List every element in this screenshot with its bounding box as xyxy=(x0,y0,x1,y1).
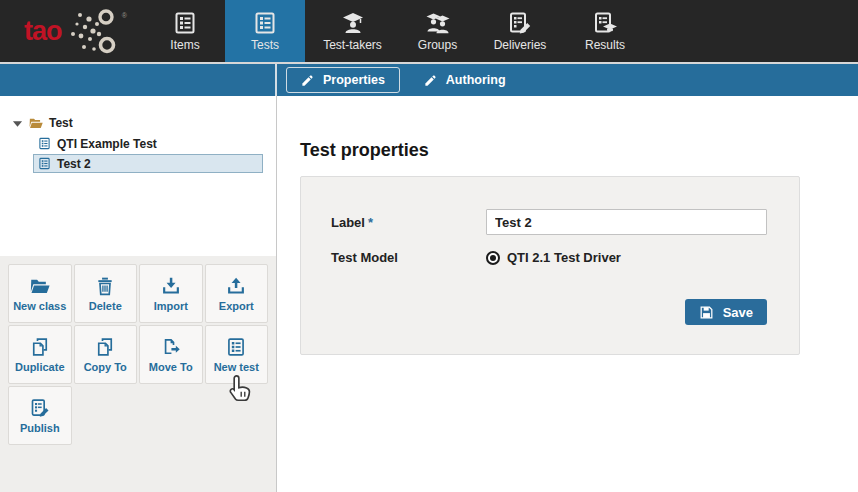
subnav-sidebar-spacer xyxy=(0,64,277,96)
publish-button[interactable]: Publish xyxy=(8,386,72,445)
tree-root-label: Test xyxy=(49,116,73,130)
page-title: Test properties xyxy=(300,140,858,161)
save-row: Save xyxy=(685,299,767,325)
tree-root-test-class[interactable]: Test xyxy=(0,113,276,133)
action-label: Duplicate xyxy=(15,362,65,373)
test-model-option-label: QTI 2.1 Test Driver xyxy=(507,250,621,265)
registered-mark: ® xyxy=(122,12,127,19)
publish-icon xyxy=(30,398,50,418)
duplicate-button[interactable]: Duplicate xyxy=(8,325,72,384)
new-class-button[interactable]: New class xyxy=(8,264,72,323)
nav-item-label: Tests xyxy=(251,39,279,51)
label-input[interactable] xyxy=(486,209,767,235)
nav-item-label: Deliveries xyxy=(494,39,547,51)
action-label: New test xyxy=(214,362,259,373)
folder-open-icon xyxy=(28,116,44,130)
action-label: New class xyxy=(13,301,66,312)
top-nav: tao ® Items Tests Test-take xyxy=(0,0,858,62)
items-icon xyxy=(173,11,197,35)
test-model-radio[interactable] xyxy=(486,251,500,265)
action-label: Publish xyxy=(20,423,60,434)
groups-icon xyxy=(426,11,450,35)
tab-authoring[interactable]: Authoring xyxy=(409,67,521,93)
action-label: Export xyxy=(219,301,254,312)
move-to-button[interactable]: Move To xyxy=(139,325,203,384)
import-icon xyxy=(161,276,181,296)
test-icon xyxy=(38,157,51,170)
new-class-icon xyxy=(30,276,50,296)
deliveries-icon xyxy=(508,11,532,35)
test-model-row: Test Model QTI 2.1 Test Driver xyxy=(331,250,767,265)
save-icon xyxy=(699,305,714,320)
tab-label: Properties xyxy=(323,73,385,87)
nav-item-label: Results xyxy=(585,39,625,51)
save-button[interactable]: Save xyxy=(685,299,767,325)
tree-item-test-2[interactable]: Test 2 xyxy=(33,154,263,173)
action-label: Import xyxy=(154,301,188,312)
sub-nav: Properties Authoring xyxy=(0,64,858,96)
tree-item-label: Test 2 xyxy=(57,157,91,171)
new-test-icon xyxy=(226,337,246,357)
tab-label: Authoring xyxy=(446,73,506,87)
trash-icon xyxy=(95,276,115,296)
resource-sidebar: Test QTI Example Test Test 2 New class xyxy=(0,96,277,492)
required-marker: * xyxy=(368,215,373,230)
tao-application: tao ® Items Tests Test-take xyxy=(0,0,858,492)
tree-item-label: QTI Example Test xyxy=(57,137,157,151)
pencil-icon xyxy=(424,74,437,87)
copy-icon xyxy=(95,337,115,357)
move-icon xyxy=(161,337,181,357)
action-label: Copy To xyxy=(84,362,127,373)
nav-item-label: Test-takers xyxy=(323,39,382,51)
nav-item-groups[interactable]: Groups xyxy=(400,0,475,62)
tests-icon xyxy=(253,11,277,35)
new-test-button[interactable]: New test xyxy=(205,325,269,384)
tree-item-qti-example-test[interactable]: QTI Example Test xyxy=(33,134,276,153)
export-button[interactable]: Export xyxy=(205,264,269,323)
save-label: Save xyxy=(723,305,753,320)
resource-tree: Test QTI Example Test Test 2 xyxy=(0,96,276,173)
nav-item-label: Items xyxy=(170,39,199,51)
action-label: Move To xyxy=(149,362,193,373)
radio-dot xyxy=(490,255,496,261)
import-button[interactable]: Import xyxy=(139,264,203,323)
test-icon xyxy=(38,137,51,150)
action-button-grid: New class Delete Import Export Duplicate xyxy=(8,264,268,445)
nav-item-deliveries[interactable]: Deliveries xyxy=(475,0,565,62)
nav-item-label: Groups xyxy=(418,39,457,51)
export-icon xyxy=(226,276,246,296)
tree-action-bar: New class Delete Import Export Duplicate xyxy=(0,256,276,492)
tao-logo[interactable]: tao ® xyxy=(0,0,145,62)
test-takers-icon xyxy=(341,11,365,35)
test-model-label: Test Model xyxy=(331,250,486,265)
label-field-row: Label* xyxy=(331,209,767,235)
pencil-icon xyxy=(301,74,314,87)
nav-item-items[interactable]: Items xyxy=(145,0,225,62)
copy-to-button[interactable]: Copy To xyxy=(74,325,138,384)
nav-item-test-takers[interactable]: Test-takers xyxy=(305,0,400,62)
test-properties-form: Label* Test Model QTI 2.1 Test Driver Sa… xyxy=(300,176,800,355)
tao-logo-text: tao xyxy=(24,18,62,45)
main-content: Test properties Label* Test Model QTI 2.… xyxy=(278,96,858,492)
delete-button[interactable]: Delete xyxy=(74,264,138,323)
action-label: Delete xyxy=(89,301,122,312)
tao-logo-dots xyxy=(64,7,120,55)
label-field-label: Label* xyxy=(331,215,486,230)
results-icon xyxy=(593,11,617,35)
label-text: Label xyxy=(331,215,365,230)
caret-down-icon[interactable] xyxy=(12,118,23,129)
tab-properties[interactable]: Properties xyxy=(286,67,400,93)
nav-item-results[interactable]: Results xyxy=(565,0,645,62)
nav-item-tests[interactable]: Tests xyxy=(225,0,305,62)
duplicate-icon xyxy=(30,337,50,357)
